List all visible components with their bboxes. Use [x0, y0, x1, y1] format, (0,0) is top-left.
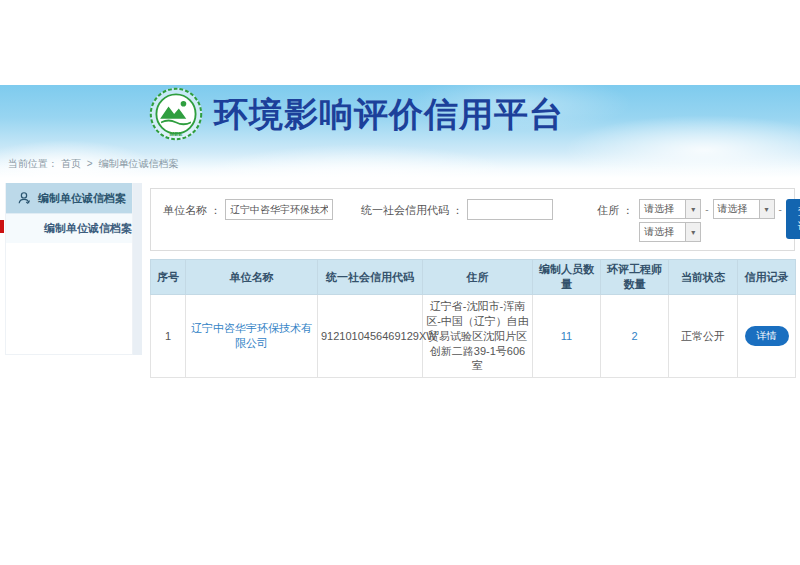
credit-code-value: 9121010456469129XW [318, 295, 423, 378]
address-selects: 请选择 - 请选择 - 请选择 [639, 199, 786, 242]
chevron-down-icon[interactable] [685, 200, 700, 218]
column-header-seq: 序号 [151, 260, 186, 295]
district-select-value: 请选择 [640, 223, 685, 241]
breadcrumb-label: 当前位置： [8, 158, 58, 169]
table-header-row: 序号 单位名称 统一社会信用代码 住所 编制人员数量 环评工程师数量 当前状态 … [151, 260, 796, 295]
credit-code-input[interactable] [467, 199, 553, 220]
brand: MEE 环境影响评价信用平台 [148, 86, 564, 142]
logo-text: MEE [169, 131, 182, 137]
province-select[interactable]: 请选择 [639, 199, 701, 219]
search-form: 单位名称 ： 统一社会信用代码 ： 住所 ： 请选择 - 请选择 - [150, 188, 795, 251]
address-separator: - [705, 204, 708, 215]
address-label: 住所 ： [597, 199, 633, 221]
city-select[interactable]: 请选择 [713, 199, 775, 219]
results-table: 序号 单位名称 统一社会信用代码 住所 编制人员数量 环评工程师数量 当前状态 … [150, 259, 796, 378]
main-content: 单位名称 ： 统一社会信用代码 ： 住所 ： 请选择 - 请选择 - [150, 188, 795, 378]
credit-code-label: 统一社会信用代码 ： [361, 199, 463, 221]
company-name-label: 单位名称 ： [163, 199, 221, 221]
column-header-credit-record: 信用记录 [738, 260, 796, 295]
column-header-address: 住所 [423, 260, 533, 295]
row-index: 1 [151, 295, 186, 378]
city-select-value: 请选择 [714, 200, 759, 218]
sidebar-divider [133, 183, 142, 355]
province-select-value: 请选择 [640, 200, 685, 218]
active-item-marker [0, 220, 4, 233]
address-separator: - [779, 204, 782, 215]
site-title: 环境影响评价信用平台 [214, 86, 564, 142]
mee-logo: MEE [148, 86, 204, 142]
sidebar-item-credit-archive[interactable]: 编制单位诚信档案 [6, 213, 132, 243]
sidebar-header-label: 编制单位诚信档案 [38, 191, 126, 206]
chevron-down-icon[interactable] [685, 223, 700, 241]
breadcrumb: 当前位置：首页 > 编制单位诚信档案 [8, 157, 181, 171]
column-header-credit-code: 统一社会信用代码 [318, 260, 423, 295]
search-button[interactable]: 查询 [786, 199, 800, 239]
company-name-link[interactable]: 辽宁中咨华宇环保技术有限公司 [191, 322, 312, 349]
breadcrumb-separator: > [87, 158, 93, 169]
status-text: 正常公开 [669, 295, 738, 378]
chevron-down-icon[interactable] [759, 200, 774, 218]
engineer-count-link[interactable]: 2 [631, 330, 637, 342]
column-header-engineer-count: 环评工程师数量 [601, 260, 669, 295]
column-header-staff-count: 编制人员数量 [533, 260, 601, 295]
staff-count-link[interactable]: 11 [561, 330, 572, 342]
detail-button[interactable]: 详情 [745, 326, 789, 346]
table-row: 1 辽宁中咨华宇环保技术有限公司 9121010456469129XW 辽宁省-… [151, 295, 796, 378]
sidebar-header[interactable]: 编制单位诚信档案 [6, 183, 132, 213]
column-header-company-name: 单位名称 [186, 260, 318, 295]
page-root: MEE 环境影响评价信用平台 当前位置：首页 > 编制单位诚信档案 编制单位诚信… [0, 0, 800, 565]
sidebar: 编制单位诚信档案 编制单位诚信档案 [5, 183, 133, 355]
column-header-status: 当前状态 [669, 260, 738, 295]
breadcrumb-home-link[interactable]: 首页 [61, 158, 81, 169]
company-name-input[interactable] [225, 199, 333, 220]
sidebar-item-label: 编制单位诚信档案 [44, 221, 132, 236]
address-value: 辽宁省-沈阳市-浑南区-中国（辽宁）自由贸易试验区沈阳片区创新二路39-1号60… [423, 295, 533, 378]
district-select[interactable]: 请选择 [639, 222, 701, 242]
breadcrumb-current: 编制单位诚信档案 [98, 158, 178, 169]
user-icon [17, 191, 31, 205]
